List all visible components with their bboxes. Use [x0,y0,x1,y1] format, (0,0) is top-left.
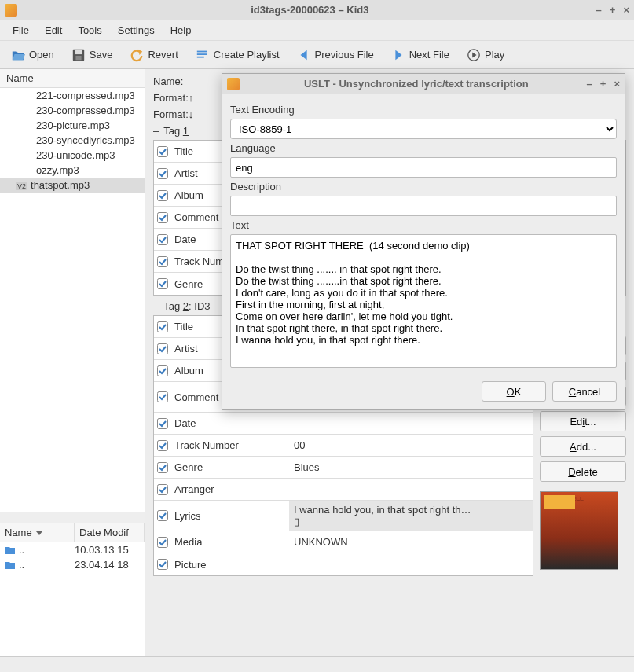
tag-row[interactable]: Track Number00 [154,435,533,457]
tag-field-value[interactable] [289,420,533,427]
tag-field-value[interactable]: UNKNOWN [289,533,533,551]
lower-col-date[interactable]: Date Modif [75,523,145,542]
tag-field-value[interactable]: I wanna hold you, in that spot right th…… [289,501,533,531]
tag-field-label: Arranger [171,480,289,498]
tag-field-value[interactable] [289,561,533,567]
checkbox-icon[interactable] [157,418,168,429]
horizontal-scrollbar[interactable] [0,512,145,523]
format-down-label: Format:↓ [153,108,207,120]
edit-button[interactable]: Edit... [540,411,626,431]
language-input[interactable] [230,157,617,178]
cancel-button[interactable]: Cancel [552,381,617,402]
dialog-window-controls: – + × [587,78,620,90]
next-file-button[interactable]: Next File [387,45,454,65]
tree-header-name[interactable]: Name [0,69,145,88]
delete-button[interactable]: Delete [540,461,626,482]
ok-button[interactable]: OK [482,381,546,402]
tag-version-badge: V2 [16,182,27,190]
description-input[interactable] [230,196,617,216]
tag-field-label: Lyrics [171,507,289,525]
tree-item[interactable]: 230-syncedlyrics.mp3 [0,133,145,148]
checkbox-icon[interactable] [157,462,168,473]
lower-row[interactable]: ..10.03.13 15 [0,542,145,557]
revert-button[interactable]: Revert [125,45,182,65]
checkbox-icon[interactable] [157,321,168,332]
play-button[interactable]: Play [462,45,509,65]
tag-row[interactable]: GenreBlues [154,457,533,479]
checkbox-icon[interactable] [157,484,168,495]
tag-row[interactable]: LyricsI wanna hold you, in that spot rig… [154,501,533,531]
app-icon [5,4,17,17]
tree-item[interactable]: ozzy.mp3 [0,163,145,178]
lower-row[interactable]: ..23.04.14 18 [0,557,145,572]
checkbox-icon[interactable] [157,146,168,157]
tag-row[interactable]: Picture [154,553,533,575]
tree-item-label: 221-compressed.mp3 [36,90,135,101]
create-playlist-button[interactable]: Create Playlist [191,45,284,65]
file-tree[interactable]: 221-compressed.mp3230-compressed.mp3230-… [0,88,145,512]
tree-item[interactable]: 230-picture.mp3 [0,118,145,133]
tag-row[interactable]: Date [154,413,533,435]
svg-rect-1 [75,50,82,53]
tag-field-label: Date [171,414,289,432]
dialog-titlebar[interactable]: USLT - Unsynchronized lyric/text transcr… [222,74,625,94]
menu-edit[interactable]: Edit [38,22,68,39]
next-icon [391,48,405,62]
tree-item[interactable]: 221-compressed.mp3 [0,88,145,103]
encoding-select[interactable]: ISO-8859-1 [230,119,617,139]
tag-field-value[interactable]: 00 [289,436,533,454]
previous-file-button[interactable]: Previous File [292,45,379,65]
checkbox-icon[interactable] [157,278,168,289]
statusbar [0,656,634,672]
tag-field-value[interactable] [289,487,533,493]
tree-item-label: thatspot.mp3 [31,179,90,191]
svg-rect-23 [158,537,168,547]
checkbox-icon[interactable] [157,212,168,223]
minimize-button[interactable]: – [596,4,602,16]
checkbox-icon[interactable] [157,234,168,245]
tree-item[interactable]: 230-unicode.mp3 [0,148,145,163]
checkbox-icon[interactable] [157,537,168,548]
text-textarea[interactable]: THAT SPOT RIGHT THERE (14 second demo cl… [230,234,617,368]
checkbox-icon[interactable] [157,256,168,267]
play-icon [467,48,481,62]
lower-body[interactable]: ..10.03.13 15..23.04.14 18 [0,542,145,656]
menu-settings[interactable]: Settings [112,22,161,39]
menu-help[interactable]: Help [164,22,198,39]
dialog-maximize[interactable]: + [600,78,607,90]
checkbox-icon[interactable] [157,391,168,402]
tag-row[interactable]: MediaUNKNOWN [154,531,533,553]
tree-item[interactable]: V2thatspot.mp3 [0,178,145,193]
checkbox-icon[interactable] [157,168,168,179]
folder-icon [5,560,16,571]
maximize-button[interactable]: + [610,4,616,16]
dialog-minimize[interactable]: – [587,78,592,90]
tag-field-value[interactable]: Blues [289,458,533,476]
checkbox-icon[interactable] [157,440,168,451]
encoding-label: Text Encoding [230,104,617,116]
checkbox-icon[interactable] [157,510,168,521]
svg-rect-4 [197,53,207,55]
svg-rect-18 [158,418,168,428]
collapse-icon[interactable]: – [153,300,159,312]
album-art[interactable]: CAREY BELL [540,491,618,570]
menu-tools[interactable]: Tools [71,22,108,39]
checkbox-icon[interactable] [157,190,168,201]
left-pane: Name 221-compressed.mp3230-compressed.mp… [0,69,145,656]
tag-row[interactable]: Arranger [154,479,533,501]
close-button[interactable]: × [623,4,629,16]
add-button[interactable]: Add... [540,436,626,457]
checkbox-icon[interactable] [157,559,168,570]
svg-rect-5 [197,56,204,57]
checkbox-icon[interactable] [157,365,168,376]
collapse-icon[interactable]: – [153,125,159,137]
dialog-close[interactable]: × [614,78,620,90]
tree-item[interactable]: 230-compressed.mp3 [0,103,145,118]
lower-col-name[interactable]: Name [0,523,75,542]
open-button[interactable]: Open [6,45,59,65]
menu-file[interactable]: File [6,22,35,39]
svg-rect-9 [158,190,168,200]
save-button[interactable]: Save [67,45,118,65]
revert-icon [130,48,144,62]
checkbox-icon[interactable] [157,343,168,354]
